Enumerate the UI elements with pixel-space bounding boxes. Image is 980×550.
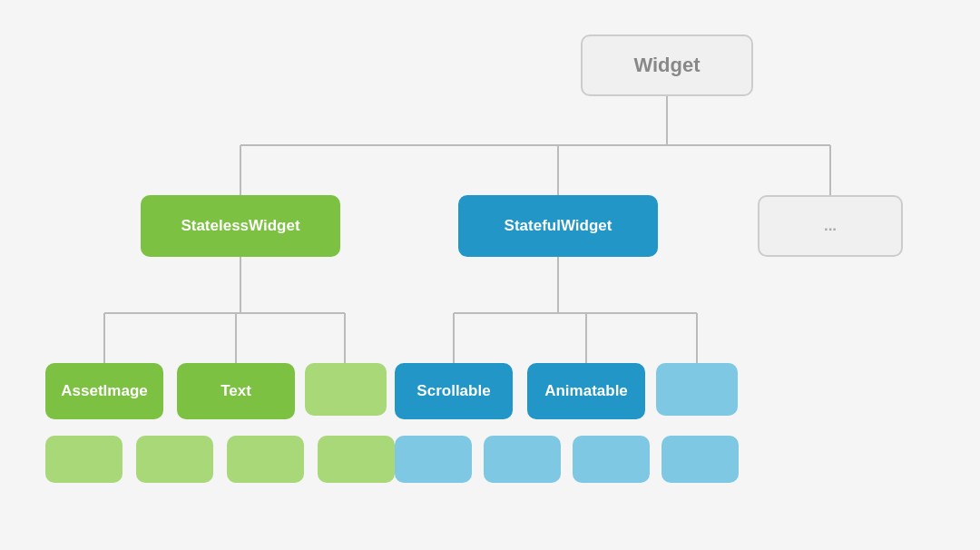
widget-label: Widget bbox=[633, 54, 700, 77]
assetimage-node: AssetImage bbox=[45, 363, 163, 419]
text-node: Text bbox=[177, 363, 295, 419]
animatable-label: Animatable bbox=[544, 382, 628, 400]
blue-extra-node bbox=[656, 363, 738, 416]
scrollable-node: Scrollable bbox=[395, 363, 513, 419]
stateful-label: StatefulWidget bbox=[505, 217, 612, 235]
stateless-label: StatelessWidget bbox=[181, 217, 299, 235]
assetimage-label: AssetImage bbox=[61, 382, 147, 400]
green-bot-node-3 bbox=[227, 436, 304, 483]
ellipsis-node: ... bbox=[758, 195, 903, 257]
animatable-node: Animatable bbox=[527, 363, 645, 419]
blue-bot-node-3 bbox=[573, 436, 650, 483]
blue-bot-node-1 bbox=[395, 436, 472, 483]
green-bot-node-2 bbox=[136, 436, 213, 483]
green-bot-node-1 bbox=[45, 436, 122, 483]
green-bot-node-4 bbox=[318, 436, 395, 483]
blue-bot-node-2 bbox=[484, 436, 561, 483]
ellipsis-label: ... bbox=[824, 217, 837, 235]
stateless-widget-node: StatelessWidget bbox=[141, 195, 340, 257]
diagram: Widget StatelessWidget StatefulWidget ..… bbox=[0, 0, 980, 550]
stateful-widget-node: StatefulWidget bbox=[458, 195, 658, 257]
scrollable-label: Scrollable bbox=[416, 382, 490, 400]
widget-node: Widget bbox=[581, 34, 753, 96]
text-label: Text bbox=[220, 382, 251, 400]
green-extra-node bbox=[305, 363, 387, 416]
blue-bot-node-4 bbox=[662, 436, 739, 483]
